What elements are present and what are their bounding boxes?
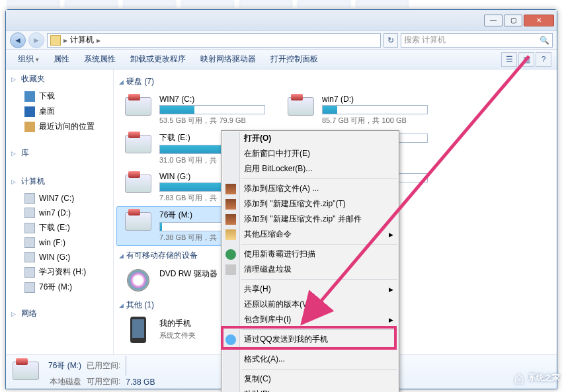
sidebar-drive-d[interactable]: win7 (D:) bbox=[6, 206, 113, 220]
sidebar-drive-c[interactable]: WIN7 (C:) bbox=[6, 191, 113, 206]
computer-icon bbox=[50, 35, 61, 46]
sidebar-item-downloads[interactable]: 下载 bbox=[6, 89, 113, 104]
drive-icon bbox=[24, 252, 35, 262]
ctx-av-scan[interactable]: 使用新毒霸进行扫描 bbox=[222, 247, 399, 262]
search-placeholder: 搜索 计算机 bbox=[404, 34, 446, 46]
status-used-label: 已用空间: bbox=[87, 360, 120, 372]
collapse-icon: ◢ bbox=[119, 302, 124, 309]
drive-icon bbox=[24, 223, 35, 233]
ctx-paste[interactable]: 粘贴(P) bbox=[222, 387, 399, 392]
search-input[interactable]: 搜索 计算机 🔍 bbox=[401, 33, 553, 48]
control-panel-button[interactable]: 打开控制面板 bbox=[264, 51, 325, 67]
ctx-bitlocker[interactable]: 启用 BitLocker(B)... bbox=[222, 161, 399, 176]
drive-icon bbox=[24, 282, 35, 293]
expand-icon: ▷ bbox=[11, 76, 16, 83]
submenu-arrow-icon: ▶ bbox=[389, 317, 393, 323]
group-label: 其他 (1) bbox=[126, 299, 154, 311]
ctx-previous-versions[interactable]: 还原以前的版本(V) bbox=[222, 297, 399, 312]
watermark-text: 系统之家 bbox=[528, 372, 560, 383]
sidebar-item-label: win7 (D:) bbox=[39, 208, 71, 217]
ctx-rar-zip[interactable]: 添加到 "新建压缩文件.zip"(T) bbox=[222, 196, 399, 212]
breadcrumb-arrow[interactable]: ▸ bbox=[63, 36, 67, 45]
sidebar-item-label: 下载 bbox=[39, 91, 55, 102]
ctx-copy[interactable]: 复制(C) bbox=[222, 372, 399, 387]
sidebar-item-label: 学习资料 (H:) bbox=[39, 266, 86, 278]
drive-d[interactable]: win7 (D:) 85.7 GB 可用，共 100 GB bbox=[279, 91, 442, 129]
ctx-separator bbox=[241, 349, 397, 350]
organize-button[interactable]: 组织 bbox=[11, 51, 46, 67]
ctx-format[interactable]: 格式化(A)... bbox=[222, 352, 399, 367]
ctx-separator bbox=[241, 369, 397, 370]
sidebar-item-label: 下载 (E:) bbox=[39, 222, 70, 233]
back-button[interactable]: ◄ bbox=[10, 32, 26, 48]
sidebar-drive-f[interactable]: win (F:) bbox=[6, 235, 113, 250]
hdd-icon bbox=[125, 135, 151, 153]
watermark: ⌂ 系统之家 bbox=[514, 368, 560, 388]
sidebar-item-label: WIN (G:) bbox=[39, 253, 70, 262]
drive-icon bbox=[24, 237, 35, 248]
properties-button[interactable]: 属性 bbox=[47, 51, 76, 67]
ctx-separator bbox=[241, 178, 397, 179]
sidebar-item-recent[interactable]: 最近访问的位置 bbox=[6, 119, 113, 134]
hdd-icon bbox=[288, 97, 314, 116]
status-title: 76哥 (M:) bbox=[48, 360, 81, 372]
collapse-icon: ◢ bbox=[119, 253, 124, 259]
sidebar-group-libraries[interactable]: ▷ 库 bbox=[6, 143, 113, 163]
sidebar-group-computer[interactable]: ▷ 计算机 bbox=[6, 172, 113, 191]
address-bar[interactable]: ▸ 计算机 ▸ bbox=[47, 33, 381, 48]
drive-sub: 85.7 GB 可用，共 100 GB bbox=[322, 116, 436, 126]
search-icon: 🔍 bbox=[540, 36, 549, 45]
preview-pane-button[interactable]: ▥ bbox=[518, 52, 534, 67]
drive-bar bbox=[159, 105, 265, 114]
hdd-icon bbox=[125, 97, 151, 116]
ctx-qq-send[interactable]: 通过QQ发送到我的手机 bbox=[222, 332, 399, 347]
drive-sub: 53.5 GB 可用，共 79.9 GB bbox=[159, 116, 273, 126]
house-icon: ⌂ bbox=[514, 368, 524, 388]
breadcrumb-seg[interactable]: 计算机 bbox=[70, 34, 94, 46]
refresh-button[interactable]: ↻ bbox=[383, 33, 398, 48]
ctx-separator bbox=[241, 329, 397, 330]
sidebar-item-label: win (F:) bbox=[39, 238, 65, 247]
rar-icon bbox=[225, 199, 236, 210]
breadcrumb-arrow[interactable]: ▸ bbox=[97, 36, 101, 45]
group-label: 有可移动存储的设备 bbox=[126, 250, 198, 261]
sidebar-group-favorites[interactable]: ▷ 收藏夹 bbox=[6, 69, 113, 89]
sidebar-drive-g[interactable]: WIN (G:) bbox=[6, 250, 113, 264]
sidebar-drive-h[interactable]: 学习资料 (H:) bbox=[6, 264, 113, 280]
trash-icon bbox=[225, 264, 236, 275]
ctx-share[interactable]: 共享(H)▶ bbox=[222, 282, 399, 297]
ctx-include-library[interactable]: 包含到库中(I)▶ bbox=[222, 312, 399, 327]
ctx-other-compress[interactable]: 其他压缩命令▶ bbox=[222, 227, 399, 242]
map-network-button[interactable]: 映射网络驱动器 bbox=[194, 51, 262, 67]
system-properties-button[interactable]: 系统属性 bbox=[77, 51, 122, 67]
ctx-open[interactable]: 打开(O) bbox=[222, 131, 399, 146]
help-button[interactable]: ? bbox=[536, 52, 551, 67]
sidebar-item-desktop[interactable]: 桌面 bbox=[6, 104, 113, 119]
sidebar-computer-label: 计算机 bbox=[21, 176, 45, 187]
group-hdd[interactable]: ◢硬盘 (7) bbox=[116, 72, 554, 91]
sidebar-drive-m[interactable]: 76哥 (M:) bbox=[6, 280, 113, 295]
ctx-new-window[interactable]: 在新窗口中打开(E) bbox=[222, 146, 399, 161]
dvd-icon bbox=[127, 269, 149, 292]
sidebar-group-network[interactable]: ▷ 网络 bbox=[6, 304, 113, 323]
rar-icon bbox=[225, 214, 236, 225]
sidebar-item-label: WIN7 (C:) bbox=[39, 194, 74, 203]
close-button[interactable]: ✕ bbox=[524, 15, 554, 26]
view-options-button[interactable]: ☰ bbox=[501, 52, 517, 67]
uninstall-button[interactable]: 卸载或更改程序 bbox=[124, 51, 192, 67]
ctx-rar-add[interactable]: 添加到压缩文件(A) ... bbox=[222, 181, 399, 196]
drive-icon bbox=[24, 208, 35, 218]
titlebar[interactable]: — ▢ ✕ bbox=[6, 10, 557, 31]
drive-bar bbox=[322, 105, 428, 114]
maximize-button[interactable]: ▢ bbox=[504, 15, 522, 26]
sidebar-drive-e[interactable]: 下载 (E:) bbox=[6, 220, 113, 235]
submenu-arrow-icon: ▶ bbox=[389, 231, 393, 238]
drive-icon bbox=[24, 193, 35, 204]
drive-c[interactable]: WIN7 (C:) 53.5 GB 可用，共 79.9 GB bbox=[116, 91, 279, 129]
ctx-rar-mail[interactable]: 添加到 "新建压缩文件.zip" 并邮件 bbox=[222, 212, 399, 227]
hdd-icon bbox=[125, 175, 151, 193]
ctx-av-trash[interactable]: 清理磁盘垃圾 bbox=[222, 262, 399, 277]
recent-icon bbox=[24, 122, 35, 132]
minimize-button[interactable]: — bbox=[484, 15, 503, 26]
sidebar-libraries-label: 库 bbox=[21, 147, 29, 159]
